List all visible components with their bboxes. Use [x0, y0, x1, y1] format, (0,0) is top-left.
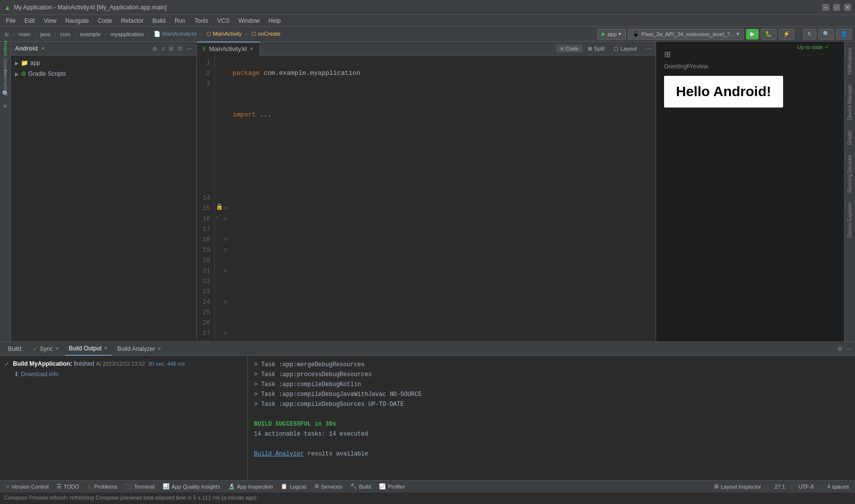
layout-inspector-icon: ⊞ [714, 483, 719, 490]
debug-button[interactable]: 🐛 [761, 29, 777, 40]
breadcrumb-mainactivity-kt[interactable]: 📄 MainActivity.kt [152, 30, 199, 38]
menu-vcs[interactable]: VCS [213, 16, 234, 25]
app-inspection-item[interactable]: 🔬 App Inspection [226, 483, 275, 490]
device-manager-icon[interactable]: Device Manager [845, 80, 855, 124]
run-config-dropdown[interactable]: ▶ app ▾ [597, 29, 626, 40]
sync-project-icon[interactable]: ⊕ [151, 44, 158, 53]
menu-build[interactable]: Build [148, 16, 170, 25]
aqi-item[interactable]: 📊 App Quality Insights [161, 483, 222, 490]
device-selector[interactable]: 📱 Pixel_3a_API_34_extension_level_7... ▾ [628, 29, 744, 40]
menu-window[interactable]: Window [235, 16, 264, 25]
split-view-btn[interactable]: ⊞Split [584, 45, 609, 53]
profile-button[interactable]: ⚡ [779, 29, 794, 40]
encoding-indicator[interactable]: UTF-8 [796, 484, 816, 490]
version-control-item[interactable]: ⑂ Version Control [4, 484, 51, 490]
minimize-button[interactable]: ─ [822, 4, 829, 11]
profiler-item[interactable]: 📈 Profiler [377, 483, 407, 490]
up-to-date-badge: Up-to-date ✓ [797, 44, 829, 50]
file-panel-header: Android ▾ ⊕ ≡ ⊞ ⚙ ─ [11, 42, 196, 56]
download-icon: ⬇ [14, 371, 19, 378]
settings-icon[interactable]: ⚙ [177, 44, 184, 53]
notifications-panel-icon[interactable]: Notifications [845, 44, 855, 78]
tab-build[interactable]: Build: [4, 342, 27, 356]
close-panel-icon[interactable]: ─ [186, 44, 192, 53]
menu-view[interactable]: View [40, 16, 61, 25]
build-empty-2 [254, 439, 849, 449]
scope-icon[interactable]: ⊞ [168, 44, 175, 53]
logcat-item[interactable]: 📋 Logcat [279, 483, 308, 490]
menu-help[interactable]: Help [264, 16, 285, 25]
gradle-icon[interactable]: Gradle [845, 126, 855, 149]
tab-build-analyzer[interactable]: Build Analyzer ✕ [114, 342, 165, 356]
layout-view-btn[interactable]: ⬡Layout [610, 45, 641, 53]
line-col-indicator[interactable]: 27:1 [773, 484, 787, 490]
chevron-icon: ▾ [618, 31, 621, 37]
override-icon: ↑ [216, 214, 218, 221]
indent-text: 4 spaces [827, 484, 849, 490]
services-icon: ⚙ [314, 483, 319, 490]
bottom-panel: Build: ✓ Sync ✕ Build Output ✕ Build Ana… [0, 341, 855, 480]
download-label: Download info [21, 371, 59, 378]
collapse-all-icon[interactable]: ≡ [160, 44, 166, 53]
menu-refactor[interactable]: Refactor [117, 16, 147, 25]
title-bar: ▲ My Application - MainActivity.kt [My_A… [0, 0, 855, 15]
settings-button[interactable]: 👤 [836, 29, 852, 40]
bookmarks-icon[interactable]: Bookmarks [1, 76, 10, 85]
bottom-message-text: Compose Preview refresh: refreshing Comp… [4, 495, 256, 501]
menu-tools[interactable]: Tools [190, 16, 212, 25]
breadcrumb-com: com [58, 31, 72, 38]
menu-run[interactable]: Run [171, 16, 189, 25]
menu-navigate[interactable]: Navigate [61, 16, 93, 25]
tree-item-app[interactable]: ▶ 📁 app [11, 57, 196, 68]
project-panel-icon[interactable]: Project [1, 44, 10, 53]
tree-item-gradle-scripts[interactable]: ▶ ⚙ Gradle Scripts [11, 68, 196, 79]
editor-area: K MainActivity.kt ✕ ≡Code ⊞Split ⬡Layout… [197, 42, 656, 341]
layout-inspector-item[interactable]: ⊞ Layout Inspector [712, 483, 763, 490]
right-sidebar: Notifications Device Manager Gradle Runn… [844, 42, 855, 341]
menu-file[interactable]: File [2, 16, 19, 25]
tabs-overflow-icon[interactable]: ⋯ [642, 45, 656, 52]
terminal-item[interactable]: ⬛ Terminal [123, 483, 157, 490]
indent-indicator[interactable]: 4 spaces [825, 484, 851, 490]
device-icon: 📱 [632, 31, 639, 37]
preview-header: ⊞ [664, 50, 671, 59]
maximize-button[interactable]: □ [833, 4, 840, 11]
tab-close-icon[interactable]: ✕ [249, 46, 253, 52]
breadcrumb-ic: ic [3, 31, 11, 38]
menu-edit[interactable]: Edit [20, 16, 39, 25]
encoding-text: UTF-8 [798, 484, 814, 490]
breadcrumb-mainactivity[interactable]: ⬡ MainActivity [204, 30, 244, 38]
code-content[interactable]: package com.example.myapplication import… [229, 56, 656, 341]
code-editor[interactable]: 1 2 3 14 15 16 17 [197, 56, 656, 341]
bottom-settings-icon[interactable]: ⚙ [837, 345, 843, 352]
build-analyzer-link[interactable]: Build Analyzer results available [254, 449, 849, 459]
running-devices-icon[interactable]: Running Devices [845, 151, 855, 197]
terminal-icon: ⬛ [125, 483, 132, 490]
build-task-2: > Task :app:processDebugResources [254, 370, 849, 380]
app-icon: ▲ [4, 3, 11, 11]
tab-mainactivity-kt[interactable]: K MainActivity.kt ✕ [197, 42, 260, 56]
tab-build-output[interactable]: Build Output ✕ [65, 342, 112, 356]
run-button[interactable]: ▶ [746, 29, 759, 40]
todo-item[interactable]: ☰ TODO [55, 483, 81, 490]
breadcrumb-oncreate[interactable]: ⬡ onCreate [249, 30, 282, 38]
bottom-message: Compose Preview refresh: refreshing Comp… [0, 492, 855, 502]
tab-sync[interactable]: ✓ Sync ✕ [29, 342, 63, 356]
menu-code[interactable]: Code [94, 16, 116, 25]
services-item[interactable]: ⚙ Services [312, 483, 344, 490]
build-item[interactable]: 🔨 Build [348, 483, 373, 490]
find-icon[interactable]: 🔍 [1, 89, 10, 98]
magnify-icon[interactable]: ⊕ [1, 102, 10, 111]
build-duration: 30 sec, 446 ms [148, 361, 185, 367]
build-icon: 🔨 [350, 483, 357, 490]
problems-item[interactable]: ⚠ Problems [85, 483, 119, 490]
bottom-minimize-icon[interactable]: ─ [847, 345, 851, 352]
download-info[interactable]: ⬇ Download info [4, 371, 244, 378]
close-button[interactable]: ✕ [844, 4, 851, 11]
profiler-icon: 📈 [379, 483, 386, 490]
sync-button[interactable]: ↻ [803, 29, 816, 40]
device-explorer-icon[interactable]: Device Explorer [845, 199, 855, 242]
code-view-btn[interactable]: ≡Code [556, 45, 583, 53]
build-title: Build MyApplication: finished At 2023/12… [13, 360, 145, 367]
search-button[interactable]: 🔍 [818, 29, 834, 40]
